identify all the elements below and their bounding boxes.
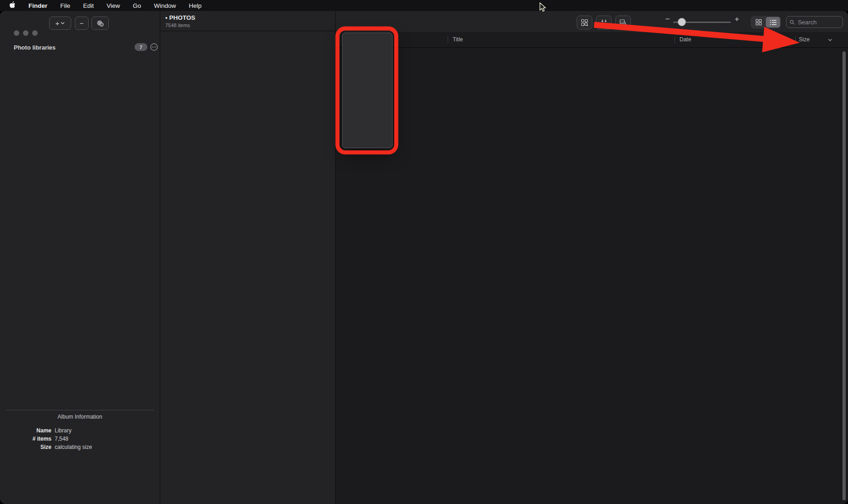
album-info-divider [6, 410, 153, 410]
menubar: FinderFileEditViewGoWindowHelp [0, 0, 848, 11]
menubar-menu-finder[interactable]: Finder [28, 2, 47, 9]
grid-view-button[interactable] [752, 17, 766, 28]
album-info-size-label: Size [0, 444, 51, 450]
album-info-name-row: Name Library [0, 427, 160, 434]
zoom-out-label[interactable]: − [665, 15, 670, 24]
album-info-items-label: # items [0, 436, 51, 442]
menubar-menu-view[interactable]: View [107, 2, 120, 9]
photo-libraries-pane: Photo libraries 7 Album Information Name… [0, 11, 160, 504]
column-divider[interactable] [674, 36, 675, 43]
grid-search-icon [581, 19, 589, 27]
merge-libraries-button[interactable] [596, 16, 612, 29]
export-icon [619, 19, 627, 27]
list-view-button[interactable] [766, 17, 780, 28]
search-field[interactable] [786, 16, 843, 28]
zoom-in-label[interactable]: + [735, 15, 739, 24]
menubar-menu-edit[interactable]: Edit [83, 2, 94, 9]
album-info-title: Album Information [0, 414, 160, 420]
grid-view-icon [755, 19, 762, 26]
powerphotos-window: + − • PHOTOS 7548 items [0, 11, 848, 504]
apple-menu[interactable] [9, 1, 16, 10]
library-count-badge: 7 [135, 43, 147, 51]
export-photos-button[interactable] [615, 16, 631, 29]
column-divider[interactable] [795, 36, 796, 43]
pane-divider[interactable] [160, 11, 160, 504]
table-header: Title Date Size [336, 32, 848, 48]
zoom-slider-thumb[interactable] [678, 18, 686, 26]
list-view-icon [769, 19, 777, 26]
photo-list-pane: Title Date Size [336, 32, 848, 504]
apple-icon [9, 1, 16, 9]
album-info-items-row: # items 7,548 [0, 436, 160, 442]
photo-libraries-header: Photo libraries [14, 44, 56, 51]
column-header-title[interactable]: Title [453, 36, 463, 43]
sort-chevron-icon[interactable] [828, 38, 832, 42]
merge-icon [600, 19, 608, 27]
column-header-date[interactable]: Date [680, 36, 691, 43]
menubar-menu-help[interactable]: Help [189, 2, 202, 9]
menubar-menu-go[interactable]: Go [133, 2, 141, 9]
find-duplicate-photos-button[interactable] [577, 16, 592, 29]
album-info-size-value: calculating size [55, 444, 92, 450]
column-header-size[interactable]: Size [799, 36, 809, 43]
pane-divider[interactable] [335, 11, 336, 504]
album-info-size-row: Size calculating size [0, 444, 160, 450]
column-options-context-menu [342, 33, 393, 148]
column-divider[interactable] [448, 36, 448, 43]
albums-tree-pane [160, 11, 336, 504]
vertical-scrollbar[interactable] [842, 51, 846, 500]
view-mode-segmented-control [751, 16, 781, 28]
tree-top-divider [160, 31, 336, 31]
menubar-menu-file[interactable]: File [60, 2, 70, 9]
menubar-menu-window[interactable]: Window [154, 2, 176, 9]
album-info-name-label: Name [0, 427, 51, 434]
ellipsis-circle-icon [150, 43, 158, 51]
album-info-items-value: 7,548 [55, 436, 68, 442]
search-icon [790, 19, 795, 25]
libraries-more-button[interactable] [150, 43, 158, 53]
album-info-name-value: Library [55, 427, 72, 434]
search-input[interactable] [797, 18, 839, 26]
